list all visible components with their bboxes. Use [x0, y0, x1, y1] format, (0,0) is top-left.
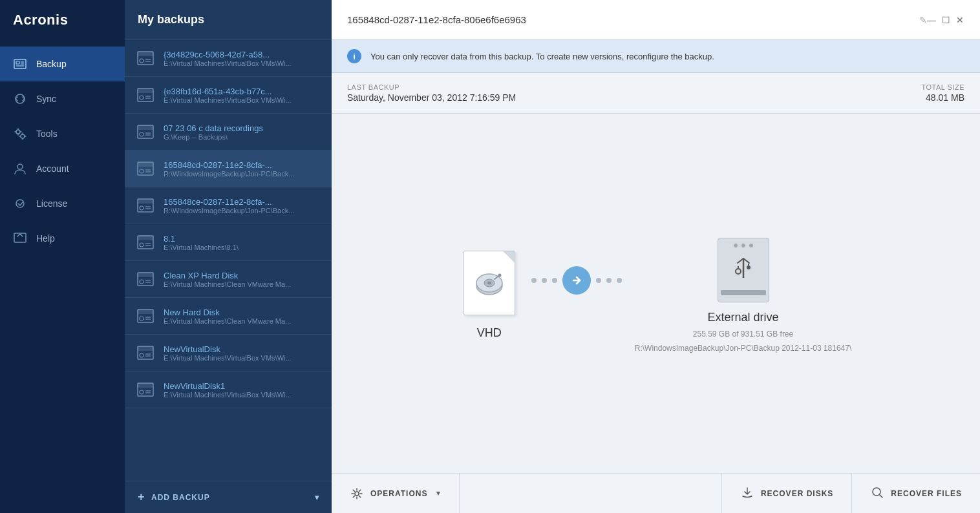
app-logo: Acronis	[0, 0, 125, 40]
connector-dot-6	[617, 278, 622, 283]
svg-point-35	[140, 169, 144, 173]
sidebar-item-tools-label: Tools	[36, 129, 58, 139]
total-size-value: 48.01 MB	[921, 92, 964, 103]
account-icon	[13, 162, 27, 176]
svg-point-20	[140, 59, 144, 63]
connector-dot-4	[596, 278, 601, 283]
help-icon	[13, 231, 27, 246]
svg-point-55	[140, 317, 144, 320]
stats-bar: LAST BACKUP Saturday, November 03, 2012 …	[332, 73, 980, 114]
sidebar-item-sync[interactable]: Sync	[0, 81, 125, 116]
tools-icon	[13, 127, 27, 141]
svg-rect-24	[138, 89, 153, 93]
external-drive-icon	[714, 235, 772, 306]
edit-icon[interactable]: ✎	[919, 15, 927, 25]
svg-rect-44	[138, 236, 153, 240]
svg-rect-39	[138, 199, 153, 204]
window-controls: — ☐ ✕	[927, 16, 964, 25]
ext-drive-box	[718, 238, 769, 302]
arrow-circle	[562, 266, 591, 295]
backup-list-panel: My backups {3d4829cc-5068-42d7-a58... E:…	[125, 0, 332, 513]
add-backup-label: ADD BACKUP	[151, 493, 210, 502]
info-message: You can only recover data from this back…	[370, 52, 714, 61]
total-size-stat: TOTAL SIZE 48.01 MB	[921, 83, 964, 103]
destination-label: External drive	[707, 311, 778, 324]
backup-list-header: My backups	[125, 0, 332, 40]
add-backup-button[interactable]: + ADD BACKUP ▾	[125, 481, 332, 513]
sidebar-item-tools[interactable]: Tools	[0, 116, 125, 151]
drive-dot-2	[741, 244, 745, 247]
operations-button[interactable]: OPERATIONS ▾	[332, 474, 460, 513]
info-banner: i You can only recover data from this ba…	[332, 40, 980, 73]
drive-dot-3	[749, 244, 753, 247]
sidebar-item-backup[interactable]: Backup	[0, 47, 125, 81]
recover-disks-icon	[740, 485, 754, 501]
list-item[interactable]: NewVirtualDisk1 E:\Virtual Machines\Virt…	[125, 372, 332, 408]
sidebar-item-account-label: Account	[36, 163, 69, 174]
sidebar-item-help[interactable]: Help	[0, 221, 125, 256]
recover-files-icon	[870, 485, 884, 501]
svg-point-10	[21, 134, 25, 138]
drive-top-dots	[734, 244, 753, 247]
list-item[interactable]: {3d4829cc-5068-42d7-a58... E:\Virtual Ma…	[125, 40, 332, 77]
svg-point-50	[140, 280, 144, 284]
drive-dot-1	[734, 244, 738, 247]
svg-point-25	[140, 96, 144, 99]
recover-files-button[interactable]: RECOVER FILES	[851, 474, 980, 513]
connector-dot-2	[542, 278, 547, 283]
svg-point-5	[16, 130, 20, 134]
sidebar-item-backup-label: Backup	[36, 59, 67, 69]
minimize-button[interactable]: —	[927, 16, 936, 25]
connector-dot-3	[552, 278, 557, 283]
maximize-button[interactable]: ☐	[941, 16, 950, 25]
source-vhd: VHD	[460, 247, 518, 340]
drive-bottom-stripe	[721, 290, 766, 295]
svg-point-16	[16, 200, 24, 207]
last-backup-label: LAST BACKUP	[347, 83, 921, 91]
list-item[interactable]: New Hard Disk E:\Virtual Machines\Clean …	[125, 298, 332, 335]
backup-icon	[13, 57, 27, 71]
sidebar-item-account[interactable]: Account	[0, 151, 125, 186]
recover-disks-label: RECOVER DISKS	[761, 489, 833, 498]
svg-point-75	[736, 269, 741, 274]
connector-dot-1	[531, 278, 537, 283]
svg-point-40	[140, 206, 144, 210]
svg-rect-49	[138, 273, 153, 277]
svg-point-76	[747, 266, 751, 269]
list-item[interactable]: 165848cd-0287-11e2-8cfa-... R:\WindowsIm…	[125, 151, 332, 187]
source-label: VHD	[477, 326, 502, 340]
destination-path: R:\WindowsImageBackup\Jon-PC\Backup 2012…	[635, 344, 852, 353]
svg-point-15	[17, 164, 23, 169]
arrow-connector	[531, 266, 622, 295]
backup-title: 165848cd-0287-11e2-8cfa-806e6f6e6963	[347, 14, 914, 25]
vhd-file-icon	[460, 247, 518, 319]
sidebar-item-license[interactable]: License	[0, 186, 125, 221]
recover-disks-button[interactable]: RECOVER DISKS	[721, 474, 851, 513]
sidebar: Acronis Backup	[0, 0, 125, 513]
license-icon	[13, 196, 27, 211]
list-item[interactable]: 8.1 E:\Virtual Machines\8.1\	[125, 224, 332, 261]
last-backup-stat: LAST BACKUP Saturday, November 03, 2012 …	[347, 83, 921, 103]
chevron-down-icon: ▾	[315, 493, 319, 502]
bottom-toolbar: OPERATIONS ▾ RECOVER DISKS	[332, 473, 980, 513]
svg-point-45	[140, 243, 144, 247]
svg-rect-34	[138, 162, 153, 167]
destination-drive: External drive 255.59 GB of 931.51 GB fr…	[635, 235, 852, 353]
svg-rect-19	[138, 52, 153, 56]
list-item[interactable]: {e38fb16d-651a-43cb-b77c... E:\Virtual M…	[125, 77, 332, 114]
list-item[interactable]: NewVirtualDisk E:\Virtual Machines\Virtu…	[125, 335, 332, 372]
sidebar-item-help-label: Help	[36, 233, 55, 244]
list-item[interactable]: 165848ce-0287-11e2-8cfa-... R:\WindowsIm…	[125, 187, 332, 224]
list-item[interactable]: Clean XP Hard Disk E:\Virtual Machines\C…	[125, 261, 332, 298]
backup-visualization: VHD	[332, 114, 980, 473]
list-item[interactable]: 07 23 06 c data recordings G:\Keep -- Ba…	[125, 114, 332, 151]
svg-rect-1	[16, 61, 19, 64]
sidebar-item-sync-label: Sync	[36, 94, 56, 104]
vhd-corner-fold	[503, 251, 515, 263]
svg-point-73	[498, 273, 501, 277]
destination-free-space: 255.59 GB of 931.51 GB free	[693, 330, 793, 339]
title-bar: 165848cd-0287-11e2-8cfa-806e6f6e6963 ✎ —…	[332, 0, 980, 40]
total-size-label: TOTAL SIZE	[921, 83, 964, 91]
close-button[interactable]: ✕	[955, 16, 964, 25]
svg-rect-17	[14, 233, 26, 242]
